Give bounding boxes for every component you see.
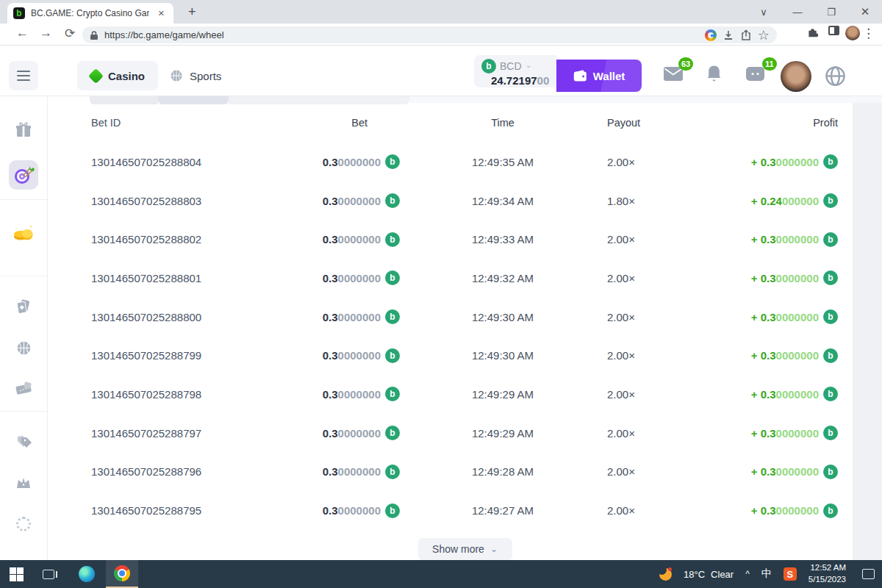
sidebar-toggle-button[interactable] [9, 61, 38, 90]
chrome-icon [114, 565, 130, 581]
bcd-coin-icon: b [385, 503, 400, 518]
table-row[interactable]: 130146507025288796 0.30000000 b 12:49:28… [91, 453, 838, 492]
bcgame-favicon-icon: b [13, 7, 25, 19]
window-restore-button[interactable]: ❐ [814, 7, 848, 18]
task-view-icon [43, 570, 54, 579]
tab-casino[interactable]: Casino [77, 61, 158, 90]
tags-icon [15, 434, 32, 450]
user-avatar[interactable] [781, 61, 811, 92]
ime-indicator[interactable]: 中 [761, 567, 772, 581]
chevron-down-icon: ⌄ [490, 544, 498, 554]
sidebar-item-fairness[interactable] [9, 509, 38, 539]
bet-id-cell: 130146507025288804 [91, 156, 275, 168]
clock-date: 5/15/2023 [808, 575, 846, 584]
header-bet: Bet [275, 117, 400, 129]
reload-icon[interactable]: ⟳ [65, 26, 75, 41]
chrome-taskbar-button[interactable] [106, 560, 138, 588]
table-row[interactable]: 130146507025288795 0.30000000 b 12:49:27… [91, 491, 838, 530]
bet-id-cell: 130146507025288802 [91, 233, 275, 245]
sidebar-item-wheel-active[interactable] [9, 160, 38, 190]
download-icon[interactable] [723, 29, 734, 41]
sidebar-item-casino[interactable] [9, 292, 38, 321]
payout-cell: 2.00× [606, 349, 679, 362]
taskbar-clock[interactable]: 12:52 AM 5/15/2023 [808, 562, 846, 585]
table-row[interactable]: 130146507025288804 0.30000000 b 12:49:35… [91, 143, 838, 182]
casino-cards-icon [15, 298, 32, 315]
extensions-icon[interactable] [806, 26, 819, 38]
bet-id-cell: 130146507025288801 [91, 272, 275, 284]
sidebar-item-rewards[interactable] [9, 218, 38, 247]
currency-selector[interactable]: b BCD ⌄ 24.7219700 [474, 55, 556, 87]
sports-label: Sports [190, 70, 221, 82]
notifications-bell-icon[interactable] [706, 65, 722, 82]
time-cell: 12:49:30 AM [400, 311, 606, 323]
table-row[interactable]: 130146507025288799 0.30000000 b 12:49:30… [91, 336, 838, 375]
language-globe-icon[interactable] [825, 65, 846, 87]
browser-menu-kebab-icon[interactable]: ⋮ [862, 26, 875, 41]
side-panel-icon[interactable] [828, 26, 839, 35]
profit-cell: + 0.30000000 b [679, 232, 838, 247]
sports-basketball-icon [170, 69, 183, 82]
history-tabs-partial[interactable] [48, 96, 882, 105]
action-center-icon[interactable] [862, 569, 875, 579]
sidebar-item-promotions[interactable] [9, 427, 38, 456]
table-row[interactable]: 130146507025288798 0.30000000 b 12:49:29… [91, 375, 838, 414]
lock-icon [90, 30, 98, 40]
tab-close-icon[interactable]: ✕ [155, 7, 168, 20]
gold-coins-icon [12, 223, 35, 242]
back-icon[interactable]: ← [16, 26, 29, 40]
payout-cell: 2.00× [606, 427, 679, 440]
share-icon[interactable] [740, 29, 752, 41]
bookmark-star-icon[interactable]: ☆ [758, 27, 770, 43]
payout-cell: 2.00× [606, 311, 679, 323]
sidebar-item-sports[interactable] [9, 333, 38, 362]
window-minimize-button[interactable]: — [781, 7, 814, 18]
bcd-coin-icon: b [823, 154, 838, 169]
time-cell: 12:49:27 AM [400, 504, 606, 517]
show-more-button[interactable]: Show more ⌄ [418, 538, 512, 560]
start-button[interactable] [0, 560, 32, 588]
bcd-coin-icon: b [823, 503, 838, 518]
table-row[interactable]: 130146507025288803 0.30000000 b 12:49:34… [91, 182, 838, 220]
sidebar-item-bonus[interactable] [9, 115, 38, 145]
profit-cell: + 0.30000000 b [679, 465, 838, 479]
bcd-coin-icon: b [823, 348, 838, 363]
casino-label: Casino [108, 70, 145, 82]
bet-amount-cell: 0.30000000 b [275, 387, 400, 401]
task-view-button[interactable] [32, 560, 65, 588]
bcd-coin-icon: b [823, 309, 838, 324]
window-caret-icon[interactable]: ∨ [747, 7, 781, 18]
browser-profile-avatar[interactable] [845, 26, 860, 40]
chat-icon[interactable] [746, 67, 764, 82]
forward-icon[interactable]: → [40, 26, 52, 40]
casino-icon [88, 68, 104, 83]
messages-icon[interactable] [664, 67, 683, 81]
table-row[interactable]: 130146507025288801 0.30000000 b 12:49:32… [91, 259, 838, 298]
tray-chevron-up-icon[interactable]: ^ [745, 569, 750, 579]
wallet-button[interactable]: Wallet [556, 60, 642, 92]
weather-widget[interactable]: 18°C Clear [684, 569, 734, 580]
bcd-coin-icon: b [385, 348, 400, 363]
table-row[interactable]: 130146507025288802 0.30000000 b 12:49:33… [91, 220, 838, 259]
sidebar-item-lottery[interactable] [9, 374, 38, 404]
sidebar-item-vip[interactable] [9, 468, 38, 498]
bet-id-cell: 130146507025288800 [91, 311, 275, 323]
profit-cell: + 0.30000000 b [679, 154, 838, 169]
wallet-label: Wallet [593, 70, 625, 82]
new-tab-button[interactable]: + [182, 3, 202, 21]
payout-cell: 2.00× [606, 465, 679, 478]
browser-tab[interactable]: b BC.GAME: Crypto Casino Games ✕ [7, 3, 173, 24]
header-profit: Profit [679, 117, 838, 129]
address-bar[interactable]: https://bc.game/game/wheel ☆ [82, 26, 777, 43]
window-close-button[interactable]: ✕ [848, 5, 882, 18]
sogou-input-icon[interactable]: S [784, 567, 797, 581]
url-text[interactable]: https://bc.game/game/wheel [104, 29, 699, 40]
bet-id-cell: 130146507025288798 [91, 388, 275, 401]
tab-sports[interactable]: Sports [157, 61, 234, 90]
table-row[interactable]: 130146507025288800 0.30000000 b 12:49:30… [91, 298, 838, 337]
edge-taskbar-button[interactable] [71, 560, 103, 588]
weather-clear-night-icon[interactable] [659, 568, 672, 581]
table-row[interactable]: 130146507025288797 0.30000000 b 12:49:29… [91, 414, 838, 453]
windows-taskbar: 18°C Clear ^ 中 S 12:52 AM 5/15/2023 [0, 560, 882, 588]
google-icon[interactable] [705, 29, 717, 41]
